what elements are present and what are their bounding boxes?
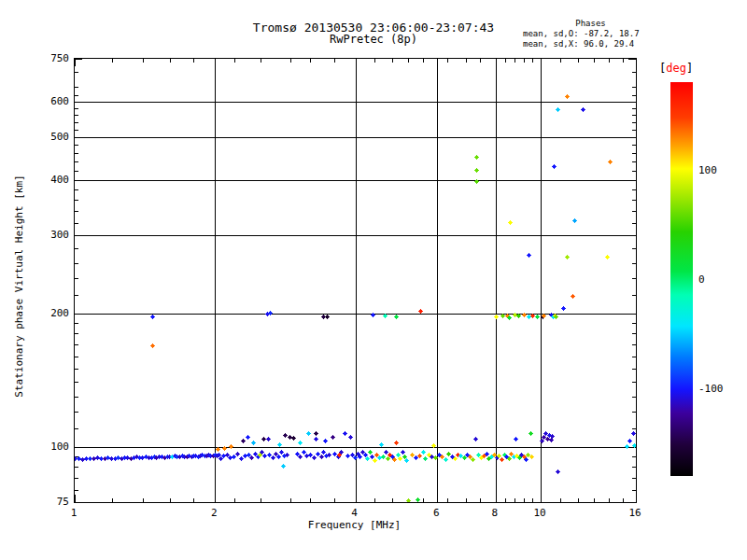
data-point (517, 315, 520, 317)
y-tick-minor (75, 161, 78, 162)
data-point (557, 108, 559, 111)
data-point (513, 455, 515, 458)
data-point (557, 470, 559, 473)
data-point (434, 456, 437, 459)
y-tick-minor (632, 369, 636, 370)
data-point (340, 451, 343, 454)
x-tick-minor (261, 498, 261, 502)
data-point (428, 454, 430, 456)
data-point (405, 459, 408, 462)
x-tick-major (541, 495, 542, 502)
x-tick-minor (480, 59, 481, 63)
y-tick-minor (75, 211, 78, 212)
x-tick-minor (143, 59, 144, 63)
data-point (219, 457, 222, 460)
y-tick-minor (632, 467, 636, 468)
y-tick-minor (75, 130, 78, 131)
y-tick-major (628, 235, 636, 236)
data-point (628, 440, 631, 442)
y-tick-minor (632, 153, 636, 154)
x-tick-minor (505, 498, 506, 502)
x-tick-major (437, 495, 438, 502)
data-point (326, 315, 329, 318)
y-tick-major (628, 137, 636, 138)
y-tick-minor (632, 72, 636, 73)
data-point (278, 443, 281, 446)
data-point (380, 443, 383, 446)
x-tick-minor (532, 498, 533, 502)
x-tick-major (496, 495, 497, 502)
x-axis-title: Frequency [MHz] (74, 519, 635, 531)
data-point (372, 314, 374, 316)
y-tick-minor (75, 87, 78, 88)
y-tick-label: 75 (26, 496, 69, 508)
data-point (313, 456, 316, 459)
data-point (344, 432, 346, 435)
y-tick-major (628, 59, 636, 60)
colorbar-tick-label: -100 (698, 383, 724, 395)
x-tick-minor (290, 59, 291, 63)
x-tick-minor (408, 59, 409, 63)
x-tick-minor (193, 498, 194, 502)
gridline-vertical (437, 59, 438, 502)
data-point (531, 315, 534, 317)
y-tick-minor (632, 344, 636, 345)
data-point (217, 448, 219, 451)
data-point (374, 459, 376, 462)
data-point (284, 434, 287, 437)
data-point (606, 256, 609, 259)
data-point (411, 454, 414, 456)
data-point (315, 432, 317, 435)
data-point (369, 451, 372, 454)
data-point (328, 454, 331, 456)
y-tick-major (75, 314, 82, 315)
x-tick-minor (423, 498, 424, 502)
x-tick-label: 10 (519, 507, 560, 519)
y-tick-minor (75, 200, 78, 201)
gridline-horizontal (75, 180, 636, 181)
data-point (277, 455, 280, 458)
data-point (555, 315, 557, 318)
data-point (151, 315, 154, 318)
data-point (486, 453, 488, 455)
data-point (286, 454, 289, 456)
data-point (529, 432, 532, 435)
gridline-vertical (215, 59, 216, 502)
y-tick-minor (75, 108, 78, 109)
x-tick-minor (623, 59, 624, 63)
x-tick-minor (334, 498, 335, 502)
x-tick-label: 2 (193, 507, 234, 519)
data-point (240, 457, 243, 460)
data-point (415, 456, 417, 459)
data-point (354, 456, 357, 459)
data-point (385, 451, 388, 454)
y-tick-major (75, 137, 82, 138)
data-point (432, 444, 435, 447)
data-point (474, 438, 477, 441)
x-tick-label: 1 (53, 507, 94, 519)
y-tick-minor (632, 122, 636, 123)
data-point (296, 453, 299, 455)
plot-area (74, 58, 637, 503)
data-point (331, 436, 334, 439)
data-point (222, 455, 225, 457)
x-tick-minor (261, 59, 261, 63)
data-point (151, 344, 154, 347)
y-tick-major (75, 447, 82, 448)
phase-stats-block: Phases mean, sd,O: -87.2, 18.7 mean, sd,… (523, 19, 658, 49)
y-tick-label: 500 (26, 131, 69, 143)
data-point (75, 457, 77, 460)
x-tick-major (75, 59, 76, 66)
data-point (250, 456, 253, 459)
y-tick-minor (75, 323, 78, 324)
y-tick-minor (75, 223, 78, 224)
data-point (495, 315, 498, 318)
y-tick-label: 300 (26, 229, 69, 241)
data-point (324, 440, 327, 442)
x-tick-label: 8 (474, 507, 515, 519)
x-tick-minor (447, 498, 448, 502)
data-point (571, 295, 574, 298)
data-point (282, 465, 285, 468)
data-point (472, 458, 474, 461)
x-tick-minor (310, 498, 311, 502)
